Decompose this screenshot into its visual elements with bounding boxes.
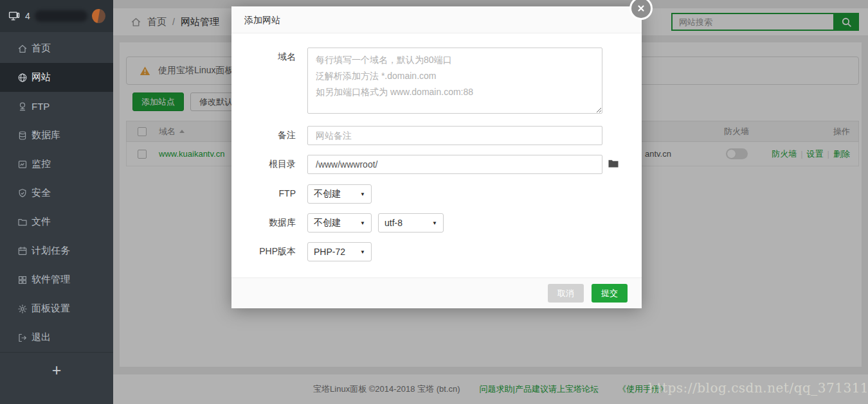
sidebar-item-files[interactable]: 文件 xyxy=(0,207,113,236)
sidebar-item-logout[interactable]: 退出 xyxy=(0,323,113,352)
avatar[interactable] xyxy=(92,9,105,23)
sidebar-item-label: 退出 xyxy=(32,331,51,344)
sidebar-item-label: FTP xyxy=(32,101,50,112)
root-label: 根目录 xyxy=(231,155,296,170)
sidebar-item-security[interactable]: 安全 xyxy=(0,179,113,207)
close-icon xyxy=(631,0,651,18)
calendar-icon xyxy=(17,246,28,256)
sidebar-item-label: 首页 xyxy=(32,42,51,55)
sidebar-item-label: 文件 xyxy=(32,216,51,228)
php-version-select[interactable]: PHP-72 ▼ xyxy=(307,242,372,261)
root-field-row: 根目录 xyxy=(231,155,629,174)
sidebar-item-label: 网站 xyxy=(32,71,51,83)
shield-icon xyxy=(17,188,28,198)
php-version-value: PHP-72 xyxy=(314,247,345,257)
ftp-select-value: 不创建 xyxy=(314,188,341,200)
gear-icon xyxy=(17,304,28,314)
ftp-field-row: FTP 不创建 ▼ xyxy=(231,184,629,204)
domain-textarea[interactable] xyxy=(307,48,602,114)
database-icon xyxy=(17,130,28,141)
sidebar-item-settings[interactable]: 面板设置 xyxy=(0,294,113,323)
sidebar-nav: 首页 网站 FTP 数据库 监控 安全 文件 计划任务 xyxy=(0,34,113,352)
add-menu-button[interactable]: + xyxy=(52,362,62,378)
chevron-down-icon: ▼ xyxy=(432,220,437,226)
ftp-icon xyxy=(17,101,28,112)
php-version-label: PHP版本 xyxy=(231,242,296,258)
charset-select[interactable]: utf-8 ▼ xyxy=(378,213,444,233)
monitor-icon xyxy=(17,159,28,170)
php-field-row: PHP版本 PHP-72 ▼ xyxy=(231,242,629,261)
folder-icon xyxy=(17,217,28,227)
sidebar-add-area: + xyxy=(0,352,113,387)
root-path-input[interactable] xyxy=(307,155,602,174)
database-field-row: 数据库 不创建 ▼ utf-8 ▼ xyxy=(231,213,629,233)
charset-select-value: utf-8 xyxy=(384,218,402,228)
database-select-value: 不创建 xyxy=(314,217,341,229)
domain-label: 域名 xyxy=(231,48,296,63)
add-website-modal: 添加网站 域名 备注 根目录 FTP 不创建 ▼ 数据库 不创建 ▼ utf-8… xyxy=(231,6,642,308)
domain-field-row: 域名 xyxy=(231,48,629,114)
sidebar-item-label: 计划任务 xyxy=(32,245,70,257)
sidebar-item-label: 软件管理 xyxy=(32,274,70,286)
sidebar-item-label: 数据库 xyxy=(32,129,60,141)
remark-field-row: 备注 xyxy=(231,126,629,145)
ftp-label: FTP xyxy=(231,184,296,198)
panel-logo-bar: 4 xyxy=(0,0,113,32)
sidebar-item-label: 安全 xyxy=(32,187,51,199)
folder-icon xyxy=(608,159,619,168)
home-icon xyxy=(17,44,28,54)
chevron-down-icon: ▼ xyxy=(360,249,365,255)
chevron-down-icon: ▼ xyxy=(360,191,365,197)
sidebar: 4 首页 网站 FTP 数据库 监控 安全 文件 xyxy=(0,0,113,404)
cancel-button[interactable]: 取消 xyxy=(548,284,584,303)
sidebar-item-home[interactable]: 首页 xyxy=(0,34,113,63)
sidebar-item-cron[interactable]: 计划任务 xyxy=(0,236,113,265)
folder-picker-button[interactable] xyxy=(608,155,619,170)
remark-input[interactable] xyxy=(307,126,602,145)
sidebar-item-ftp[interactable]: FTP xyxy=(0,92,113,121)
sidebar-item-website[interactable]: 网站 xyxy=(0,63,113,92)
database-label: 数据库 xyxy=(231,213,296,229)
logout-icon xyxy=(17,333,28,343)
computer-icon xyxy=(8,11,21,22)
server-name-prefix: 4 xyxy=(25,11,30,21)
submit-button[interactable]: 提交 xyxy=(592,284,628,303)
grid-icon xyxy=(17,275,28,285)
modal-title: 添加网站 xyxy=(231,6,642,33)
remark-label: 备注 xyxy=(231,126,296,141)
sidebar-item-software[interactable]: 软件管理 xyxy=(0,265,113,294)
modal-footer: 取消 提交 xyxy=(231,277,642,308)
database-select[interactable]: 不创建 ▼ xyxy=(307,213,372,233)
chevron-down-icon: ▼ xyxy=(360,220,365,226)
sidebar-item-label: 面板设置 xyxy=(32,303,70,315)
sidebar-item-monitor[interactable]: 监控 xyxy=(0,150,113,179)
ftp-select[interactable]: 不创建 ▼ xyxy=(307,184,372,204)
redacted-server-name xyxy=(35,10,87,22)
globe-icon xyxy=(17,73,28,83)
sidebar-item-label: 监控 xyxy=(32,158,51,170)
sidebar-item-database[interactable]: 数据库 xyxy=(0,121,113,150)
